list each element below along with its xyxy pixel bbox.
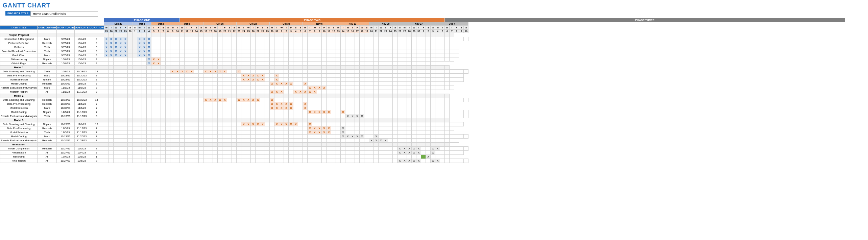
section-row: Evaluation [0,143,845,147]
task-row: Results Evaluation and Analysis Yash 11/… [0,114,845,118]
task-row: Model Coding Reetesh 10/30/23 11/6/23 7 … [0,82,845,86]
section-row: Model 3 [0,118,845,122]
task-row: Introduction & Background Mark 9/25/23 1… [0,37,845,41]
date-row: 252627282930 1234 5678 9101112131415 161… [0,30,845,33]
task-row: Data Pre-Processing Mark 10/23/23 10/30/… [0,74,845,78]
dow-row: TASK TITLE TASK OWNER START DATE DUE DAT… [0,26,845,30]
task-row: Data Sourcing and Cleaning Nityam 10/23/… [0,122,845,126]
task-row: Model Coding Nityam 11/6/23 11/13/23 7 X… [0,110,845,114]
task-row: Model Selection Yash 11/6/23 11/13/23 7 … [0,130,845,135]
task-row: Presentation All 11/27/23 12/4/23 7 XXXX… [0,151,845,155]
project-title-field[interactable]: Home Loan Credit Risks [30,11,98,17]
task-row: Model Selection Mark 10/30/23 11/6/23 7 … [0,106,845,110]
phase-three-header: PHASE THREE [445,18,845,22]
phase-two-header: PHASE TWO [180,18,445,22]
section-row: Model 1 [0,66,845,70]
task-row: Model Coding Mark 11/13/23 11/20/23 7 X … [0,135,845,139]
task-row: Sliderecording Nityam 10/4/23 10/6/23 2 … [0,57,845,62]
task-row: Model Selection Nityam 10/23/23 10/30/23… [0,78,845,82]
task-row: Results Evaluation and Analysis Reetesh … [0,139,845,143]
section-row: Project Proposal [0,33,845,37]
gantt-table: PHASE ONE PHASE TWO PHASE THREE Sep 20 O… [0,18,845,163]
project-label: PROJECT TITLE [5,11,30,16]
task-row: Potential Results & Discussion Yash 9/25… [0,49,845,53]
task-row: Data Pre-Processing Reetesh 10/30/23 11/… [0,102,845,106]
task-row: Model Comparison Reetesh 11/27/23 12/5/2… [0,147,845,151]
week-row: Sep 20 Oct 2 Oct 2 Oct 8 Oct 16 Oct 23 O… [0,22,845,26]
task-row: Data Sourcing and Cleaning Reetesh 10/16… [0,98,845,102]
task-row: Recording All 12/4/23 12/5/23 1 X [0,155,845,159]
task-row: Results Evaluation and Analysis Mark 11/… [0,86,845,90]
phase-row: PHASE ONE PHASE TWO PHASE THREE [0,18,845,22]
task-row: Gantt Chart Mark 9/25/23 10/4/23 9 XXXXX… [0,53,845,57]
task-row: Final Report All 11/27/23 12/5/23 8 XXXX… [0,159,845,163]
task-row: Midterm Report All 11/1/23 11/10/23 9 X … [0,90,845,94]
phase-one-header: PHASE ONE [104,18,180,22]
section-row: Model 2 [0,94,845,98]
task-row: GitHub Page Reetesh 10/4/23 10/6/23 2 X … [0,62,845,66]
task-row: Data Pre-Processing Reetesh 11/6/23 11/1… [0,126,845,130]
task-row: Problem Definition Reetesh 9/25/23 10/4/… [0,41,845,45]
task-row: Data Sourcing and Cleaning Yash 10/9/23 … [0,70,845,74]
task-row: Methods Yash 9/25/23 10/4/23 9 XXXXXXXX [0,45,845,49]
gantt-title: GANTT CHART [0,0,868,10]
